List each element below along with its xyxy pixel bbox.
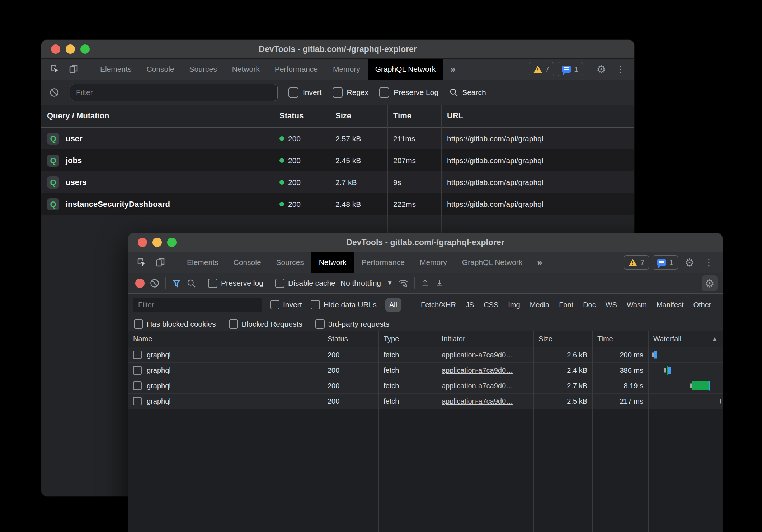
table-row[interactable]: graphql 200 fetch application-a7ca9d0… 2…	[128, 394, 723, 409]
initiator-link[interactable]: application-a7ca9d0…	[442, 351, 513, 359]
initiator-link[interactable]: application-a7ca9d0…	[442, 366, 513, 375]
checkbox-box[interactable]	[379, 87, 389, 98]
invert-checkbox[interactable]: Invert	[270, 300, 302, 309]
row-checkbox[interactable]	[133, 397, 142, 405]
checkbox-box[interactable]	[288, 87, 298, 98]
regex-checkbox[interactable]: Regex	[333, 87, 369, 98]
type-filter-media[interactable]: Media	[530, 301, 549, 309]
header-status[interactable]: Status	[274, 105, 330, 127]
initiator-link[interactable]: application-a7ca9d0…	[442, 382, 513, 390]
row-checkbox[interactable]	[133, 351, 142, 359]
settings-gear-icon[interactable]: ⚙	[593, 61, 609, 77]
warnings-badge[interactable]: 7	[624, 255, 649, 270]
header-size[interactable]: Size	[533, 331, 592, 347]
table-row[interactable]: graphql 200 fetch application-a7ca9d0… 2…	[128, 378, 723, 394]
zoom-button[interactable]	[167, 238, 177, 247]
inspect-element-icon[interactable]	[47, 61, 63, 77]
table-row[interactable]: Qjobs 200 2.45 kB 207ms https://gitlab.c…	[41, 149, 634, 171]
initiator-link[interactable]: application-a7ca9d0…	[442, 397, 513, 405]
close-button[interactable]	[51, 44, 60, 54]
hide-data-urls-checkbox[interactable]: Hide data URLs	[311, 300, 377, 309]
type-filter-css[interactable]: CSS	[484, 301, 498, 309]
has-blocked-cookies-checkbox[interactable]: Has blocked cookies	[134, 319, 216, 329]
close-button[interactable]	[138, 238, 147, 247]
checkbox-box[interactable]	[229, 319, 238, 329]
header-type[interactable]: Type	[378, 331, 437, 347]
type-filter-doc[interactable]: Doc	[583, 301, 596, 309]
tab-performance[interactable]: Performance	[267, 59, 325, 80]
checkbox-box[interactable]	[333, 87, 343, 98]
table-row[interactable]: Qusers 200 2.7 kB 9s https://gitlab.com/…	[41, 171, 634, 193]
header-name[interactable]: Name	[128, 331, 323, 347]
tab-graphql-network[interactable]: GraphQL Network	[368, 59, 443, 80]
clear-icon[interactable]	[150, 278, 160, 288]
more-tabs-icon[interactable]: »	[443, 59, 462, 80]
inspect-element-icon[interactable]	[134, 255, 150, 270]
clear-icon[interactable]	[49, 87, 59, 98]
header-time[interactable]: Time	[387, 105, 441, 127]
type-filter-other[interactable]: Other	[693, 301, 711, 309]
preserve-log-checkbox[interactable]: Preserve Log	[379, 87, 438, 98]
preserve-log-checkbox[interactable]: Preserve log	[208, 279, 263, 288]
type-filter-ws[interactable]: WS	[606, 301, 617, 309]
table-row[interactable]: graphql 200 fetch application-a7ca9d0… 2…	[128, 347, 723, 363]
type-filter-manifest[interactable]: Manifest	[657, 301, 684, 309]
search-icon[interactable]	[187, 279, 196, 288]
blocked-requests-checkbox[interactable]: Blocked Requests	[229, 319, 302, 329]
throttling-dropdown[interactable]: No throttling ▼	[340, 279, 393, 288]
checkbox-box[interactable]	[208, 279, 217, 288]
record-network-log-button[interactable]	[135, 279, 145, 288]
minimize-button[interactable]	[66, 44, 75, 54]
import-har-icon[interactable]	[420, 279, 430, 288]
type-filter-wasm[interactable]: Wasm	[627, 301, 647, 309]
header-time[interactable]: Time	[592, 331, 648, 347]
row-checkbox[interactable]	[133, 366, 142, 375]
tab-elements[interactable]: Elements	[179, 252, 226, 273]
filter-funnel-icon[interactable]	[171, 278, 182, 288]
row-checkbox[interactable]	[133, 381, 142, 390]
tab-console[interactable]: Console	[226, 252, 269, 273]
tab-network[interactable]: Network	[311, 252, 354, 273]
type-filter-fetch-xhr[interactable]: Fetch/XHR	[421, 301, 456, 309]
device-toolbar-icon[interactable]	[66, 61, 81, 77]
kebab-menu-icon[interactable]: ⋮	[701, 255, 717, 270]
header-query-mutation[interactable]: Query / Mutation	[41, 105, 274, 127]
invert-checkbox[interactable]: Invert	[288, 87, 322, 98]
checkbox-box[interactable]	[270, 300, 279, 309]
network-settings-gear-icon[interactable]: ⚙	[702, 275, 718, 291]
issues-badge[interactable]: 1	[558, 62, 583, 76]
device-toolbar-icon[interactable]	[152, 255, 168, 270]
tab-network[interactable]: Network	[225, 59, 267, 80]
tab-elements[interactable]: Elements	[93, 59, 139, 80]
network-filter-input[interactable]	[133, 298, 262, 312]
settings-gear-icon[interactable]: ⚙	[682, 255, 697, 270]
tab-console[interactable]: Console	[139, 59, 182, 80]
search-control[interactable]: Search	[449, 88, 486, 97]
type-filter-font[interactable]: Font	[559, 301, 573, 309]
network-conditions-icon[interactable]	[398, 278, 409, 289]
checkbox-box[interactable]	[311, 300, 320, 309]
table-row[interactable]: QinstanceSecurityDashboard 200 2.48 kB 2…	[41, 193, 634, 215]
disable-cache-checkbox[interactable]: Disable cache	[275, 279, 335, 288]
header-size[interactable]: Size	[330, 105, 387, 127]
table-row[interactable]: graphql 200 fetch application-a7ca9d0… 2…	[128, 363, 723, 378]
zoom-button[interactable]	[80, 44, 90, 54]
type-filter-img[interactable]: Img	[508, 301, 520, 309]
tab-performance[interactable]: Performance	[354, 252, 412, 273]
header-initiator[interactable]: Initiator	[437, 331, 533, 347]
export-har-icon[interactable]	[435, 279, 444, 288]
filter-input[interactable]	[70, 84, 278, 101]
kebab-menu-icon[interactable]: ⋮	[613, 61, 629, 77]
third-party-requests-checkbox[interactable]: 3rd-party requests	[315, 319, 389, 329]
checkbox-box[interactable]	[275, 279, 284, 288]
tab-sources[interactable]: Sources	[182, 59, 225, 80]
more-tabs-icon[interactable]: »	[530, 252, 549, 273]
type-filter-js[interactable]: JS	[466, 301, 474, 309]
header-status[interactable]: Status	[323, 331, 378, 347]
titlebar[interactable]: DevTools - gitlab.com/-/graphql-explorer	[41, 40, 634, 59]
header-waterfall[interactable]: Waterfall ▲	[648, 331, 723, 347]
tab-graphql-network[interactable]: GraphQL Network	[455, 252, 530, 273]
tab-memory[interactable]: Memory	[412, 252, 455, 273]
tab-memory[interactable]: Memory	[325, 59, 368, 80]
minimize-button[interactable]	[152, 238, 162, 247]
